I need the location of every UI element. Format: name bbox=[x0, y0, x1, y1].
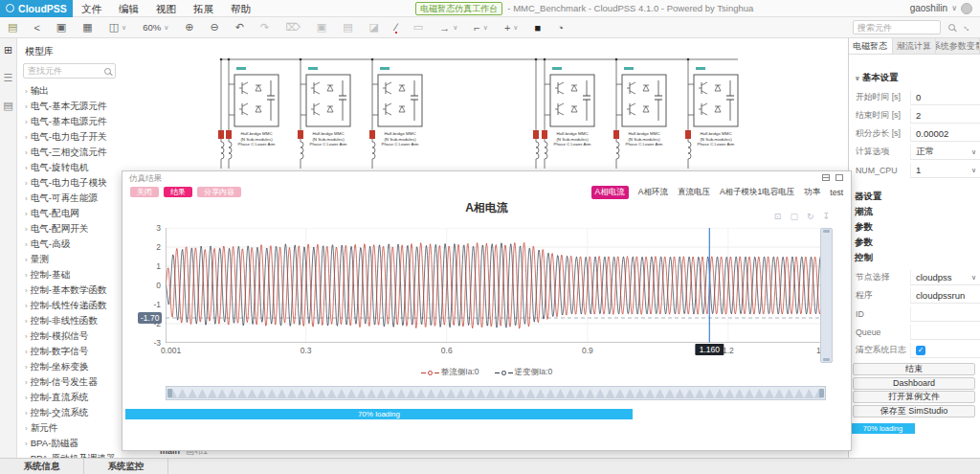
panel-button-3[interactable]: 保存至 SimStudio bbox=[853, 405, 975, 418]
settings-tab-1[interactable]: 潮流计算 bbox=[893, 38, 937, 54]
paste-icon[interactable]: ▤ bbox=[343, 21, 352, 34]
dialog-pill-1[interactable]: 结果 bbox=[164, 187, 192, 197]
avatar[interactable] bbox=[961, 3, 972, 14]
restore-icon[interactable] bbox=[822, 174, 830, 181]
panel-button-1[interactable]: Dashboard bbox=[853, 377, 975, 390]
menu-0[interactable]: 文件 bbox=[73, 0, 110, 17]
sidebar-item-0[interactable]: ›输出 bbox=[17, 83, 122, 99]
save-icon[interactable]: ▣ bbox=[56, 21, 66, 34]
param-value[interactable]: cloudpss∨ bbox=[910, 270, 980, 285]
covered-section-2[interactable]: 参数 bbox=[855, 221, 873, 234]
dialog-pill-0[interactable]: 关闭 bbox=[130, 187, 159, 197]
sidebar-item-19[interactable]: ›控制-信号发生器 bbox=[17, 374, 122, 390]
pages-icon[interactable]: ▤ bbox=[3, 100, 12, 112]
sidebar-item-15[interactable]: ›控制-非线性函数 bbox=[17, 313, 122, 328]
copy-icon[interactable]: ▣ bbox=[317, 21, 326, 34]
param-value[interactable]: 正常∨ bbox=[910, 145, 980, 160]
slider-handle[interactable] bbox=[823, 358, 830, 361]
param-value[interactable]: cloudpssrun bbox=[910, 288, 980, 304]
search-input[interactable] bbox=[853, 20, 941, 34]
plot-tab-3[interactable]: A相子模块1电容电压 bbox=[720, 187, 794, 198]
menu-1[interactable]: 编辑 bbox=[110, 0, 147, 17]
restore-view-icon[interactable]: ▢ bbox=[790, 212, 798, 221]
sidebar-item-14[interactable]: ›控制-线性传递函数 bbox=[17, 298, 122, 313]
undo-icon[interactable]: ↶ bbox=[235, 21, 244, 34]
redo-icon[interactable]: ↷ bbox=[260, 21, 269, 34]
param-value[interactable] bbox=[910, 325, 980, 340]
zoom-select-icon[interactable]: ⊡ bbox=[774, 212, 782, 221]
rect-tool-icon[interactable]: ▭ bbox=[413, 21, 423, 34]
dialog-title-bar[interactable]: 仿真结果 bbox=[122, 171, 851, 184]
sidebar-item-7[interactable]: ›电气-可再生能源 bbox=[17, 191, 122, 206]
sidebar-item-2[interactable]: ›电气-基本电源元件 bbox=[17, 114, 122, 129]
component-search[interactable] bbox=[23, 63, 116, 79]
vertical-datazoom-slider[interactable] bbox=[820, 228, 833, 363]
zoom-level-select[interactable]: 60%∨ bbox=[143, 22, 168, 33]
param-value[interactable]: 0.00002 bbox=[910, 126, 980, 142]
menu-2[interactable]: 视图 bbox=[147, 0, 185, 17]
param-value[interactable]: 1∨ bbox=[910, 163, 980, 178]
zoom-in-icon[interactable]: ⊕ bbox=[185, 21, 193, 34]
covered-section-4[interactable]: 控制 bbox=[855, 252, 873, 264]
dialog-pill-2[interactable]: 分享内容 bbox=[197, 187, 241, 197]
zoom-out-icon[interactable]: ⊖ bbox=[211, 21, 219, 34]
section-basic-settings[interactable]: ∨基本设置 bbox=[855, 72, 899, 84]
legend-item-1[interactable]: 逆变侧Ia:0 bbox=[495, 367, 553, 378]
sidebar-item-17[interactable]: ›控制-数字信号 bbox=[17, 344, 122, 359]
panel-button-2[interactable]: 打开算例文件 bbox=[853, 391, 975, 403]
sidebar-item-5[interactable]: ›电气-旋转电机 bbox=[17, 160, 122, 175]
plot-tab-5[interactable]: test bbox=[830, 188, 843, 197]
sidebar-item-21[interactable]: ›控制-交流系统 bbox=[17, 405, 122, 420]
menu-4[interactable]: 帮助 bbox=[222, 0, 259, 17]
panel-button-0[interactable]: 结束 bbox=[853, 363, 975, 375]
chart-plot[interactable] bbox=[166, 228, 822, 343]
slider-handle[interactable] bbox=[819, 389, 824, 397]
settings-tab-0[interactable]: 电磁暂态 bbox=[849, 38, 893, 54]
plot-tab-1[interactable]: A相环流 bbox=[638, 187, 668, 198]
sidebar-item-13[interactable]: ›控制-基本数学函数 bbox=[17, 282, 122, 298]
settings-tab-2[interactable]: 系统参数变量 bbox=[936, 38, 980, 54]
component-search-input[interactable] bbox=[28, 66, 104, 76]
sidebar-item-1[interactable]: ›电气-基本无源元件 bbox=[17, 99, 122, 114]
arrow-tool-icon[interactable]: →∨ bbox=[439, 22, 457, 34]
workspace-badge[interactable]: 电磁暂态仿真工作台 bbox=[415, 2, 502, 15]
status-tab-0[interactable]: 系统信息 bbox=[0, 459, 84, 474]
param-value[interactable]: ✓ bbox=[910, 343, 980, 358]
sidebar-item-24[interactable]: ›BPA-原动机及调速器 bbox=[17, 451, 122, 458]
legend-item-0[interactable]: 整流侧Ia:0 bbox=[421, 367, 479, 378]
param-value[interactable] bbox=[910, 306, 980, 322]
sidebar-item-20[interactable]: ›控制-直流系统 bbox=[17, 390, 122, 405]
horizontal-datazoom-slider[interactable] bbox=[166, 386, 826, 400]
share-icon[interactable]: < bbox=[33, 22, 39, 34]
search-icon[interactable] bbox=[948, 24, 955, 31]
slider-handle[interactable] bbox=[167, 389, 172, 397]
stop-icon[interactable]: ■ bbox=[534, 22, 541, 34]
param-value[interactable]: 2 bbox=[910, 108, 980, 124]
menu-3[interactable]: 拓展 bbox=[185, 0, 222, 17]
plot-tab-0[interactable]: A相电流 bbox=[591, 186, 629, 199]
sidebar-item-4[interactable]: ›电气-三相交流元件 bbox=[17, 145, 122, 160]
download-icon[interactable]: ↧ bbox=[822, 212, 830, 221]
project-icon[interactable]: ▤ bbox=[8, 21, 17, 34]
user-menu[interactable]: gaoshilin ∨ bbox=[910, 3, 980, 14]
save-as-icon[interactable]: ▦ bbox=[82, 21, 92, 34]
sidebar-item-16[interactable]: ›控制-模拟信号 bbox=[17, 328, 122, 344]
line-tool-icon[interactable]: ∕ bbox=[395, 22, 397, 34]
layers-icon[interactable]: ☰ bbox=[4, 72, 13, 84]
param-value[interactable]: 0 bbox=[910, 90, 980, 105]
polyline-tool-icon[interactable]: ⌐∨ bbox=[474, 22, 488, 34]
slider-handle[interactable] bbox=[823, 230, 830, 233]
covered-section-3[interactable]: 参数 bbox=[855, 237, 873, 249]
sidebar-item-3[interactable]: ›电气-电力电子开关 bbox=[17, 129, 122, 145]
covered-section-1[interactable]: 潮流 bbox=[855, 206, 873, 218]
layout-icon[interactable]: ◫∨ bbox=[109, 21, 127, 34]
help-icon[interactable]: ◔ bbox=[557, 22, 564, 34]
sidebar-item-6[interactable]: ›电气-电力电子模块 bbox=[17, 175, 122, 191]
plot-tab-2[interactable]: 直流电压 bbox=[678, 187, 710, 198]
sidebar-item-18[interactable]: ›控制-坐标变换 bbox=[17, 359, 122, 374]
sidebar-item-12[interactable]: ›控制-基础 bbox=[17, 267, 122, 282]
sidebar-item-8[interactable]: ›电气-配电网 bbox=[17, 206, 122, 221]
maximize-icon[interactable] bbox=[835, 174, 843, 181]
status-tab-1[interactable]: 系统监控 bbox=[84, 459, 168, 474]
sidebar-item-22[interactable]: ›新元件 bbox=[17, 420, 122, 436]
